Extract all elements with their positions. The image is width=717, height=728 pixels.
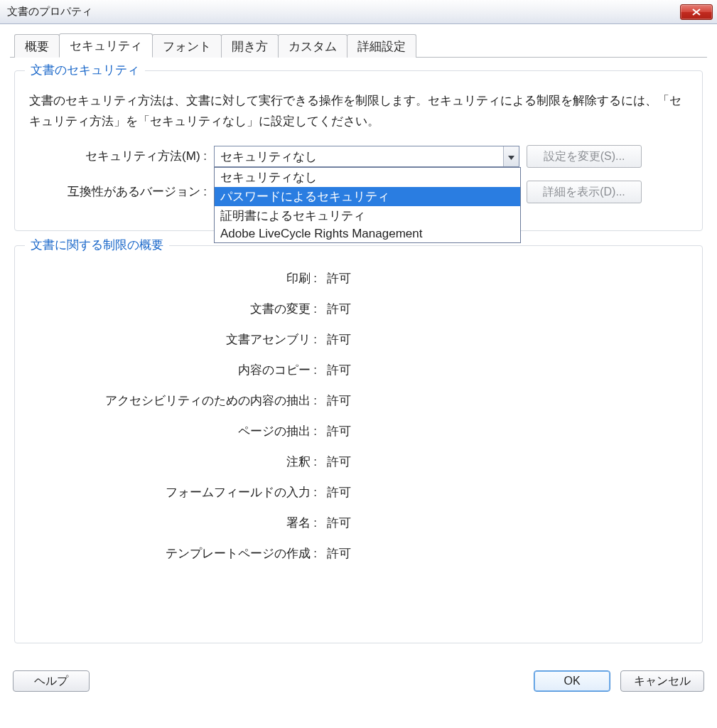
restriction-label: 内容のコピー : [29, 362, 317, 378]
restriction-row: 注釈 :許可 [29, 454, 688, 470]
restriction-value: 許可 [317, 301, 351, 317]
close-icon [691, 6, 701, 18]
restriction-value: 許可 [317, 392, 351, 409]
security-method-label: セキュリティ方法(M) : [29, 148, 207, 164]
restriction-row: テンプレートページの作成 :許可 [29, 545, 688, 562]
restriction-row: 文書アセンブリ :許可 [29, 331, 688, 348]
restriction-label: フォームフィールドの入力 : [29, 484, 317, 500]
restriction-row: 内容のコピー :許可 [29, 362, 688, 378]
restrictions-summary-group: 文書に関する制限の概要 印刷 :許可文書の変更 :許可文書アセンブリ :許可内容… [14, 245, 703, 643]
restriction-label: ページの抽出 : [29, 423, 317, 439]
restriction-label: 文書の変更 : [29, 301, 317, 317]
group-legend-restrictions: 文書に関する制限の概要 [25, 237, 169, 253]
restriction-value: 許可 [317, 515, 351, 531]
document-security-group: 文書のセキュリティ 文書のセキュリティ方法は、文書に対して実行できる操作を制限し… [14, 70, 703, 231]
tab-font[interactable]: フォント [152, 34, 222, 58]
restriction-value: 許可 [317, 270, 351, 287]
tab-initial-view[interactable]: 開き方 [221, 34, 279, 58]
restriction-row: ページの抽出 :許可 [29, 423, 688, 439]
security-method-dropdown: セキュリティなし パスワードによるセキュリティ 証明書によるセキュリティ Ado… [214, 167, 521, 243]
restriction-row: 署名 :許可 [29, 515, 688, 531]
restriction-row: 印刷 :許可 [29, 270, 688, 287]
security-method-combobox[interactable]: セキュリティなし セキュリティなし パスワードによるセキュリティ 証明書によるセ… [214, 146, 519, 167]
security-description: 文書のセキュリティ方法は、文書に対して実行できる操作を制限します。セキュリティに… [29, 91, 688, 132]
tab-advanced[interactable]: 詳細設定 [347, 34, 416, 58]
restriction-row: フォームフィールドの入力 :許可 [29, 484, 688, 500]
window-title: 文書のプロパティ [7, 5, 92, 18]
restriction-label: アクセシビリティのための内容の抽出 : [29, 392, 317, 409]
change-settings-button: 設定を変更(S)... [527, 145, 642, 168]
restriction-label: 署名 : [29, 515, 317, 531]
security-method-value: セキュリティなし [215, 146, 519, 167]
title-bar: 文書のプロパティ [0, 0, 717, 24]
option-livecycle[interactable]: Adobe LiveCycle Rights Management [215, 225, 520, 242]
cancel-button[interactable]: キャンセル [620, 670, 704, 692]
show-details-button: 詳細を表示(D)... [527, 181, 642, 203]
restriction-value: 許可 [317, 454, 351, 470]
ok-button[interactable]: OK [534, 670, 610, 692]
restriction-value: 許可 [317, 545, 351, 562]
restriction-value: 許可 [317, 484, 351, 500]
close-button[interactable] [680, 4, 713, 20]
restriction-value: 許可 [317, 331, 351, 348]
combobox-arrow[interactable] [503, 146, 519, 166]
restriction-label: 注釈 : [29, 454, 317, 470]
tab-summary[interactable]: 概要 [14, 34, 60, 58]
tab-security[interactable]: セキュリティ [59, 33, 153, 58]
chevron-down-icon [508, 150, 514, 163]
restriction-row: 文書の変更 :許可 [29, 301, 688, 317]
group-legend-security: 文書のセキュリティ [25, 62, 145, 78]
help-button[interactable]: ヘルプ [13, 670, 90, 692]
restriction-value: 許可 [317, 423, 351, 439]
restriction-label: テンプレートページの作成 : [29, 545, 317, 562]
restriction-value: 許可 [317, 362, 351, 378]
tab-bar: 概要 セキュリティ フォント 開き方 カスタム 詳細設定 [14, 33, 707, 57]
restriction-label: 文書アセンブリ : [29, 331, 317, 348]
option-no-security[interactable]: セキュリティなし [215, 168, 520, 187]
restriction-label: 印刷 : [29, 270, 317, 287]
option-certificate-security[interactable]: 証明書によるセキュリティ [215, 206, 520, 225]
option-password-security[interactable]: パスワードによるセキュリティ [215, 187, 520, 206]
compat-version-label: 互換性があるバージョン : [29, 183, 207, 200]
restriction-row: アクセシビリティのための内容の抽出 :許可 [29, 392, 688, 409]
tab-custom[interactable]: カスタム [278, 34, 347, 58]
